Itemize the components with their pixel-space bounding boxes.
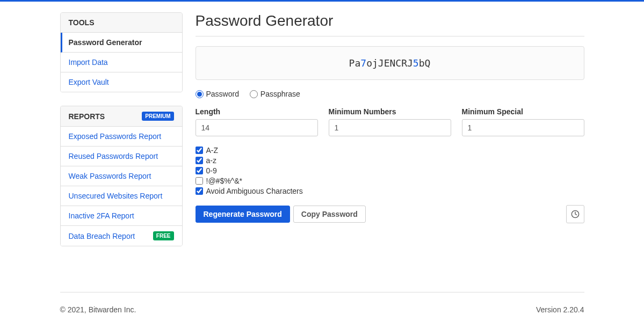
check-special-label: !@#$%^&* xyxy=(206,177,242,185)
history-icon xyxy=(571,210,580,218)
sidebar-item-label: Reused Passwords Report xyxy=(69,152,158,160)
check-numbers[interactable]: 0-9 xyxy=(196,166,584,175)
sidebar-item-export-vault[interactable]: Export Vault xyxy=(61,72,182,92)
generated-password-text: Pa7ojJENCRJ5bQ xyxy=(349,57,431,69)
min-numbers-input[interactable] xyxy=(329,119,451,136)
check-ambiguous-box[interactable] xyxy=(196,187,203,195)
sidebar: Tools Password Generator Import Data Exp… xyxy=(60,12,183,260)
footer-version: Version 2.20.4 xyxy=(536,305,584,314)
check-uppercase[interactable]: A-Z xyxy=(196,146,584,155)
free-badge: Free xyxy=(153,231,174,240)
generated-password-display: Pa7ojJENCRJ5bQ xyxy=(196,46,584,80)
check-special-box[interactable] xyxy=(196,177,203,185)
min-numbers-label: Minimum Numbers xyxy=(329,107,451,116)
check-lowercase-label: a-z xyxy=(206,156,216,165)
reports-header-text: Reports xyxy=(69,112,105,121)
page-title: Password Generator xyxy=(196,12,584,30)
type-password-option[interactable]: Password xyxy=(196,90,239,98)
check-uppercase-box[interactable] xyxy=(196,147,203,154)
length-label: Length xyxy=(196,107,318,116)
character-options: A-Z a-z 0-9 !@#$%^&* Avoid Ambiguous Cha… xyxy=(196,146,584,195)
history-button[interactable] xyxy=(566,205,584,223)
sidebar-item-label: Weak Passwords Report xyxy=(69,172,151,180)
type-password-label: Password xyxy=(206,90,239,98)
sidebar-item-label: Exposed Passwords Report xyxy=(69,132,162,141)
check-special[interactable]: !@#$%^&* xyxy=(196,177,584,185)
check-numbers-label: 0-9 xyxy=(206,166,217,175)
sidebar-item-label: Data Breach Report xyxy=(69,232,135,240)
reports-card: Reports Premium Exposed Passwords Report… xyxy=(60,106,183,246)
check-lowercase[interactable]: a-z xyxy=(196,156,584,165)
min-special-label: Minimum Special xyxy=(462,107,584,116)
sidebar-item-unsecured-websites[interactable]: Unsecured Websites Report xyxy=(61,186,182,206)
premium-badge: Premium xyxy=(142,112,173,121)
footer-copyright: © 2021, Bitwarden Inc. xyxy=(60,305,136,314)
regenerate-button[interactable]: Regenerate Password xyxy=(196,206,290,223)
check-ambiguous-label: Avoid Ambiguous Characters xyxy=(206,187,303,195)
check-numbers-box[interactable] xyxy=(196,167,203,174)
min-numbers-group: Minimum Numbers xyxy=(329,107,451,136)
type-passphrase-option[interactable]: Passphrase xyxy=(250,90,300,98)
sidebar-item-password-generator[interactable]: Password Generator xyxy=(61,33,182,53)
type-passphrase-label: Passphrase xyxy=(261,90,300,98)
check-ambiguous[interactable]: Avoid Ambiguous Characters xyxy=(196,187,584,195)
copy-button[interactable]: Copy Password xyxy=(293,206,366,223)
length-input[interactable] xyxy=(196,119,318,136)
sidebar-item-label: Export Vault xyxy=(69,78,109,86)
sidebar-item-label: Password Generator xyxy=(69,38,142,47)
title-divider xyxy=(196,36,584,36)
check-lowercase-box[interactable] xyxy=(196,157,203,164)
type-password-radio[interactable] xyxy=(196,90,204,98)
main-content: Password Generator Pa7ojJENCRJ5bQ Passwo… xyxy=(196,12,584,260)
sidebar-item-label: Import Data xyxy=(69,58,108,67)
sidebar-item-data-breach[interactable]: Data Breach Report Free xyxy=(61,226,182,246)
sidebar-item-import-data[interactable]: Import Data xyxy=(61,53,182,72)
sidebar-item-label: Inactive 2FA Report xyxy=(69,211,134,220)
reports-header: Reports Premium xyxy=(61,106,182,127)
sidebar-item-exposed-passwords[interactable]: Exposed Passwords Report xyxy=(61,127,182,147)
min-special-group: Minimum Special xyxy=(462,107,584,136)
sidebar-item-weak-passwords[interactable]: Weak Passwords Report xyxy=(61,166,182,186)
check-uppercase-label: A-Z xyxy=(206,146,219,155)
min-special-input[interactable] xyxy=(462,119,584,136)
footer: © 2021, Bitwarden Inc. Version 2.20.4 xyxy=(60,292,584,322)
sidebar-item-inactive-2fa[interactable]: Inactive 2FA Report xyxy=(61,206,182,226)
type-radio-row: Password Passphrase xyxy=(196,90,584,100)
sidebar-item-label: Unsecured Websites Report xyxy=(69,192,163,200)
type-passphrase-radio[interactable] xyxy=(250,90,258,98)
tools-header: Tools xyxy=(61,13,182,33)
length-group: Length xyxy=(196,107,318,136)
tools-card: Tools Password Generator Import Data Exp… xyxy=(60,12,183,92)
sidebar-item-reused-passwords[interactable]: Reused Passwords Report xyxy=(61,147,182,166)
tools-header-text: Tools xyxy=(69,18,95,27)
